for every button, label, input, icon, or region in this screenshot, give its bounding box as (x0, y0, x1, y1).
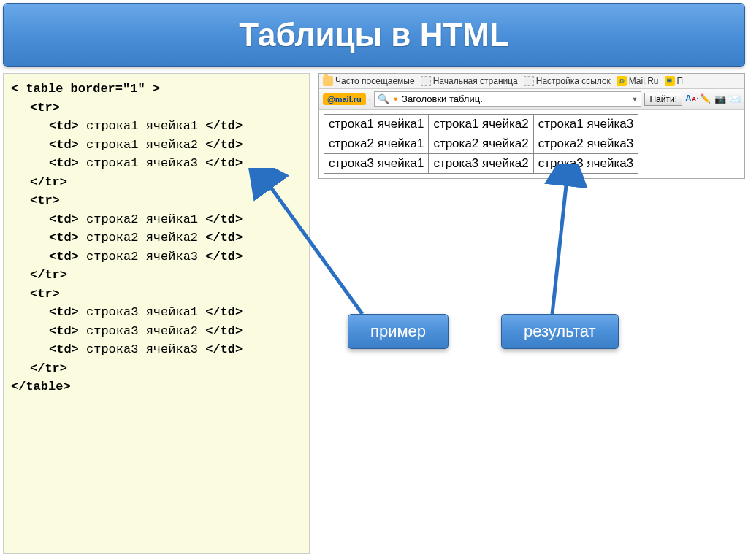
code-text: строка2 ячейка1 (86, 212, 198, 226)
code-tag: <td> (49, 212, 79, 226)
table-cell: строка2 ячейка2 (429, 134, 533, 154)
table-cell: строка2 ячейка1 (324, 134, 429, 154)
code-text: строка3 ячейка2 (86, 324, 198, 338)
code-tag: </tr> (30, 175, 67, 189)
result-table: строка1 ячейка1 строка1 ячейка2 строка1 … (324, 114, 638, 174)
code-tag: </td> (205, 342, 243, 356)
bookmark-start[interactable]: Начальная страница (421, 76, 518, 86)
result-panel: Часто посещаемые Начальная страница Наст… (318, 73, 745, 554)
page-icon (421, 76, 431, 86)
code-tag: <td> (49, 342, 79, 356)
mail-icon: @ (617, 76, 627, 86)
magnifier-icon: 🔍 (378, 93, 389, 104)
mail-icon: ✉ (665, 76, 675, 86)
bookmark-extra[interactable]: ✉ П (665, 76, 684, 86)
table-cell: строка3 ячейка3 (533, 154, 638, 174)
slide-title: Таблицы в HTML (239, 17, 509, 53)
table-cell: строка2 ячейка3 (533, 134, 638, 154)
code-text: строка2 ячейка3 (86, 250, 198, 264)
code-tag: </tr> (30, 361, 67, 375)
table-cell: строка1 ячейка2 (429, 115, 533, 134)
code-tag: <td> (49, 138, 79, 152)
browser-window: Часто посещаемые Начальная страница Наст… (318, 73, 745, 179)
font-icon[interactable]: AA· (685, 93, 697, 105)
code-tag: <tr> (30, 287, 60, 301)
search-button[interactable]: Найти! (644, 93, 682, 106)
code-text: строка3 ячейка3 (86, 342, 198, 356)
bookmark-mail[interactable]: @ Mail.Ru (617, 76, 659, 86)
code-panel: < table border="1" > <tr> <td> строка1 я… (3, 73, 310, 554)
code-tag: <tr> (30, 101, 60, 115)
code-tag: </table> (11, 380, 71, 394)
table-row: строка2 ячейка1 строка2 ячейка2 строка2 … (324, 134, 638, 154)
bookmark-bar: Часто посещаемые Начальная страница Наст… (319, 74, 744, 89)
bookmark-links[interactable]: Настройка ссылок (524, 76, 611, 86)
bookmark-label: Настройка ссылок (536, 76, 611, 86)
code-tag: <td> (49, 305, 79, 319)
svg-line-1 (552, 179, 567, 314)
callout-result: результат (501, 314, 619, 349)
highlight-icon[interactable]: ✏️ (700, 93, 711, 105)
search-input[interactable]: 🔍 ▼ Заголовки таблиц. ▼ (374, 91, 641, 107)
code-tag: </td> (205, 305, 243, 319)
search-value: Заголовки таблиц. (402, 93, 483, 104)
code-tag: <td> (49, 250, 79, 264)
code-text: строка3 ячейка1 (86, 305, 198, 319)
folder-icon (323, 76, 333, 86)
bookmark-label: Начальная страница (433, 76, 518, 86)
code-tag: </td> (205, 119, 243, 133)
code-tag: </tr> (30, 268, 67, 282)
table-cell: строка3 ячейка1 (324, 154, 429, 174)
code-tag: < table border="1" > (11, 82, 160, 96)
table-row: строка3 ячейка1 строка3 ячейка2 строка3 … (324, 154, 638, 174)
table-cell: строка1 ячейка1 (324, 115, 429, 134)
code-tag: </td> (205, 156, 243, 170)
envelope-icon[interactable]: ✉️ (729, 93, 741, 105)
bookmark-label: Часто посещаемые (335, 76, 415, 86)
page-icon (524, 76, 534, 86)
code-tag: <tr> (30, 193, 60, 207)
callout-example: пример (348, 314, 449, 349)
code-tag: <td> (49, 231, 79, 245)
code-tag: </td> (205, 212, 243, 226)
camera-icon[interactable]: 📷 (714, 93, 726, 105)
search-bar: @mail.ru · 🔍 ▼ Заголовки таблиц. ▼ Найти… (319, 89, 744, 110)
mail-logo[interactable]: @mail.ru (323, 93, 366, 105)
arrow-result (516, 164, 603, 325)
bookmark-frequent[interactable]: Часто посещаемые (323, 76, 415, 86)
separator: · (369, 94, 371, 104)
code-tag: </td> (205, 250, 243, 264)
code-text: строка2 ячейка2 (86, 231, 198, 245)
code-text: строка1 ячейка3 (86, 156, 198, 170)
bookmark-label: Mail.Ru (629, 76, 659, 86)
code-tag: <td> (49, 324, 79, 338)
code-tag: <td> (49, 156, 79, 170)
content-area: < table border="1" > <tr> <td> строка1 я… (0, 70, 748, 557)
code-tag: </td> (205, 138, 243, 152)
title-bar: Таблицы в HTML (3, 3, 745, 67)
code-tag: </td> (205, 231, 243, 245)
table-cell: строка3 ячейка2 (429, 154, 533, 174)
code-tag: <td> (49, 119, 79, 133)
bookmark-label: П (677, 76, 684, 86)
code-tag: </td> (205, 324, 243, 338)
code-text: строка1 ячейка2 (86, 138, 198, 152)
code-text: строка1 ячейка1 (86, 119, 198, 133)
table-cell: строка1 ячейка3 (533, 115, 638, 134)
table-row: строка1 ячейка1 строка1 ячейка2 строка1 … (324, 115, 638, 134)
